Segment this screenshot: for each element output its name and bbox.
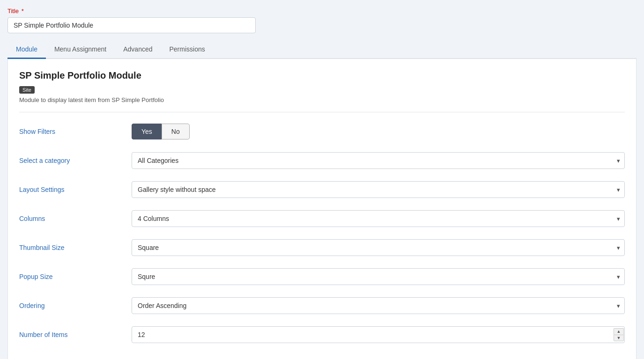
title-label: Title * bbox=[7, 7, 637, 15]
divider bbox=[19, 112, 625, 112]
layout-settings-wrapper: Gallery style without space ▾ bbox=[132, 181, 625, 198]
ordering-control: Order Ascending ▾ bbox=[132, 297, 625, 314]
page-wrapper: Title * Module Menu Assignment Advanced … bbox=[0, 0, 644, 359]
ordering-wrapper: Order Ascending ▾ bbox=[132, 297, 625, 314]
columns-control: 4 Columns ▾ bbox=[132, 210, 625, 227]
popup-size-row: Popup Size Squre ▾ bbox=[19, 267, 625, 286]
columns-wrapper: 4 Columns ▾ bbox=[132, 210, 625, 227]
number-of-items-row: Number of Items ▲ ▼ bbox=[19, 325, 625, 344]
select-category-select[interactable]: All Categories bbox=[132, 152, 625, 169]
show-filters-control: Yes No bbox=[132, 124, 625, 139]
layout-settings-label: Layout Settings bbox=[19, 186, 132, 193]
popup-size-wrapper: Squre ▾ bbox=[132, 268, 625, 285]
popup-size-control: Squre ▾ bbox=[132, 268, 625, 285]
title-label-text: Title bbox=[7, 7, 19, 15]
content-panel: SP Simple Portfolio Module Site Module t… bbox=[7, 59, 637, 359]
tab-menu-assignment[interactable]: Menu Assignment bbox=[46, 41, 115, 59]
ordering-row: Ordering Order Ascending ▾ bbox=[19, 296, 625, 315]
number-of-items-input[interactable] bbox=[132, 326, 625, 343]
show-filters-label: Show Filters bbox=[19, 128, 132, 135]
thumbnail-size-row: Thumbnail Size Square ▾ bbox=[19, 238, 625, 257]
popup-size-select[interactable]: Squre bbox=[132, 268, 625, 285]
required-marker: * bbox=[22, 7, 24, 15]
title-input[interactable] bbox=[7, 17, 256, 33]
spin-down-button[interactable]: ▼ bbox=[614, 335, 624, 341]
title-section: Title * bbox=[7, 7, 637, 33]
show-filters-row: Show Filters Yes No bbox=[19, 122, 625, 141]
thumbnail-size-select[interactable]: Square bbox=[132, 239, 625, 256]
number-spinners: ▲ ▼ bbox=[614, 328, 624, 341]
site-badge: Site bbox=[19, 86, 35, 94]
spin-up-button[interactable]: ▲ bbox=[614, 328, 624, 335]
number-of-items-wrapper: ▲ ▼ bbox=[132, 326, 625, 343]
tab-permissions[interactable]: Permissions bbox=[161, 41, 214, 59]
thumbnail-size-control: Square ▾ bbox=[132, 239, 625, 256]
popup-size-label: Popup Size bbox=[19, 273, 132, 280]
tab-module[interactable]: Module bbox=[7, 41, 46, 59]
show-filters-toggle: Yes No bbox=[132, 124, 190, 139]
layout-settings-control: Gallery style without space ▾ bbox=[132, 181, 625, 198]
tabs-bar: Module Menu Assignment Advanced Permissi… bbox=[7, 41, 637, 59]
ordering-label: Ordering bbox=[19, 302, 132, 309]
layout-settings-select[interactable]: Gallery style without space bbox=[132, 181, 625, 198]
select-category-wrapper: All Categories ▾ bbox=[132, 152, 625, 169]
select-category-row: Select a category All Categories ▾ bbox=[19, 151, 625, 170]
thumbnail-size-label: Thumbnail Size bbox=[19, 244, 132, 251]
yes-button[interactable]: Yes bbox=[132, 124, 162, 139]
columns-label: Columns bbox=[19, 215, 132, 222]
tab-advanced[interactable]: Advanced bbox=[115, 41, 161, 59]
columns-row: Columns 4 Columns ▾ bbox=[19, 209, 625, 228]
select-category-control: All Categories ▾ bbox=[132, 152, 625, 169]
no-button[interactable]: No bbox=[162, 124, 190, 139]
ordering-select[interactable]: Order Ascending bbox=[132, 297, 625, 314]
thumbnail-size-wrapper: Square ▾ bbox=[132, 239, 625, 256]
module-description: Module to display latest item from SP Si… bbox=[19, 96, 625, 103]
number-of-items-control: ▲ ▼ bbox=[132, 326, 625, 343]
layout-settings-row: Layout Settings Gallery style without sp… bbox=[19, 180, 625, 199]
columns-select[interactable]: 4 Columns bbox=[132, 210, 625, 227]
select-category-label: Select a category bbox=[19, 157, 132, 164]
number-of-items-label: Number of Items bbox=[19, 331, 132, 338]
module-heading: SP Simple Portfolio Module bbox=[19, 70, 625, 81]
